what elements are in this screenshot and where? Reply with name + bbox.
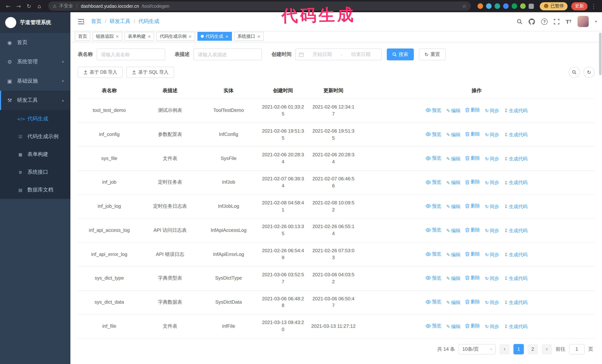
- preview-link[interactable]: 预览: [426, 227, 441, 233]
- sidebar-item-api[interactable]: ≣ 系统接口: [0, 163, 70, 181]
- delete-link[interactable]: 删除: [465, 107, 480, 114]
- generate-code-link[interactable]: ↧ 生成代码: [504, 275, 527, 282]
- refresh-table-button[interactable]: ↻: [583, 67, 595, 78]
- delete-link[interactable]: 删除: [465, 203, 480, 209]
- reset-button[interactable]: ↻ 重置: [419, 49, 446, 60]
- extension-icon-orange[interactable]: [478, 3, 483, 9]
- scrollbar-thumb[interactable]: [599, 32, 602, 75]
- delete-link[interactable]: 删除: [465, 274, 480, 281]
- delete-link[interactable]: 删除: [465, 179, 480, 185]
- generate-code-link[interactable]: ↧ 生成代码: [504, 203, 527, 210]
- delete-link[interactable]: 删除: [465, 250, 480, 257]
- generate-code-link[interactable]: ↧ 生成代码: [504, 251, 527, 258]
- page-size-select[interactable]: 10条/页 ▾: [459, 344, 496, 354]
- sidebar-item-infra[interactable]: ▣ 基础设施 ▾: [0, 72, 70, 91]
- extension-icon-leaf[interactable]: [520, 3, 526, 9]
- column-header-table-name[interactable]: 表名称: [78, 83, 141, 99]
- tab-form-builder[interactable]: 表单构建 ×: [124, 32, 154, 41]
- sync-link[interactable]: ↻ 同步: [485, 299, 499, 306]
- generate-code-link[interactable]: ↧ 生成代码: [504, 131, 527, 138]
- import-db-button[interactable]: 基于 DB 导入: [78, 67, 123, 78]
- preview-link[interactable]: 预览: [426, 179, 441, 186]
- bookmark-star-icon[interactable]: ☆: [462, 3, 467, 9]
- search-icon[interactable]: [517, 19, 522, 24]
- edit-link[interactable]: ✎ 编辑: [446, 131, 461, 138]
- sync-link[interactable]: ↻ 同步: [485, 251, 499, 258]
- search-button[interactable]: 搜索: [387, 49, 414, 60]
- column-header-entity[interactable]: 实体: [199, 83, 258, 99]
- tab-api[interactable]: 系统接口 ×: [234, 32, 264, 41]
- tab-tracing[interactable]: 链路追踪 ×: [93, 32, 122, 41]
- extensions-puzzle-icon[interactable]: [529, 3, 534, 9]
- sync-link[interactable]: ↻ 同步: [485, 323, 499, 330]
- fullscreen-icon[interactable]: [554, 19, 559, 24]
- extension-icon-green[interactable]: [512, 3, 517, 9]
- address-bar[interactable]: ⚠ 不安全 dashboard.yudao.iocoder.cn /tool/c…: [48, 1, 471, 11]
- edit-link[interactable]: ✎ 编辑: [446, 203, 461, 210]
- close-icon[interactable]: ×: [188, 34, 192, 38]
- preview-link[interactable]: 预览: [426, 275, 441, 281]
- prev-page-button[interactable]: ‹: [499, 344, 510, 354]
- generate-code-link[interactable]: ↧ 生成代码: [504, 323, 527, 330]
- edit-link[interactable]: ✎ 编辑: [446, 179, 461, 186]
- table-name-input[interactable]: [97, 49, 165, 60]
- preview-link[interactable]: 预览: [426, 322, 441, 329]
- delete-link[interactable]: 删除: [465, 322, 480, 329]
- breadcrumb-devtools[interactable]: 研发工具: [101, 18, 130, 25]
- preview-link[interactable]: 预览: [426, 203, 441, 209]
- preview-link[interactable]: 预览: [426, 299, 441, 305]
- edit-link[interactable]: ✎ 编辑: [446, 275, 461, 282]
- extension-icon-blue[interactable]: [486, 3, 492, 9]
- preview-link[interactable]: 预览: [426, 251, 441, 257]
- forward-icon[interactable]: →: [14, 2, 23, 10]
- close-icon[interactable]: ×: [225, 34, 228, 38]
- sidebar-item-home[interactable]: ◉ 首页: [0, 33, 70, 52]
- reload-icon[interactable]: ↻: [24, 2, 33, 10]
- font-size-icon[interactable]: TT: [566, 19, 571, 24]
- create-time-range-picker[interactable]: 开始日期 - 结束日期: [295, 49, 382, 60]
- edit-link[interactable]: ✎ 编辑: [446, 299, 461, 306]
- toggle-search-button[interactable]: [569, 67, 580, 78]
- delete-link[interactable]: 删除: [465, 299, 480, 305]
- import-sql-button[interactable]: 基于 SQL 导入: [127, 67, 174, 78]
- extension-icon-squares[interactable]: [503, 3, 509, 9]
- edit-link[interactable]: ✎ 编辑: [446, 251, 461, 258]
- sync-link[interactable]: ↻ 同步: [485, 227, 499, 234]
- security-label[interactable]: 不安全: [59, 3, 73, 9]
- generate-code-link[interactable]: ↧ 生成代码: [504, 299, 527, 306]
- sidebar-item-codegen[interactable]: </> 代码生成: [0, 110, 70, 128]
- tab-codegen-demo[interactable]: 代码生成示例 ×: [157, 32, 195, 41]
- browser-update-button[interactable]: 更新: [571, 2, 588, 10]
- user-avatar[interactable]: [578, 16, 589, 27]
- back-icon[interactable]: ←: [4, 2, 13, 10]
- close-icon[interactable]: ×: [147, 34, 151, 38]
- browser-menu-icon[interactable]: ⋮: [589, 3, 598, 10]
- close-icon[interactable]: ×: [116, 34, 119, 38]
- home-icon[interactable]: ⌂: [35, 2, 44, 10]
- next-page-button[interactable]: ›: [542, 344, 552, 354]
- tab-home[interactable]: 首页: [75, 32, 90, 41]
- generate-code-link[interactable]: ↧ 生成代码: [504, 108, 527, 114]
- edit-link[interactable]: ✎ 编辑: [446, 108, 461, 114]
- generate-code-link[interactable]: ↧ 生成代码: [504, 156, 527, 162]
- help-icon[interactable]: ?: [541, 18, 548, 25]
- delete-link[interactable]: 删除: [465, 131, 480, 137]
- goto-page-input[interactable]: [569, 344, 585, 354]
- sidebar-item-form-builder[interactable]: ▦ 表单构建: [0, 146, 70, 163]
- sync-link[interactable]: ↻ 同步: [485, 108, 499, 114]
- sidebar-item-codegen-demo[interactable]: ☑ 代码生成示例: [0, 128, 70, 146]
- sidebar-item-db-doc[interactable]: ▤ 数据库文档: [0, 181, 70, 199]
- column-header-created[interactable]: 创建时间: [258, 83, 308, 99]
- delete-link[interactable]: 删除: [465, 227, 480, 233]
- close-icon[interactable]: ×: [257, 34, 260, 38]
- page-button-1[interactable]: 1: [514, 344, 524, 354]
- sidebar-logo[interactable]: 芋道管理系统: [0, 12, 70, 33]
- sync-link[interactable]: ↻ 同步: [485, 156, 499, 162]
- github-icon[interactable]: [529, 18, 535, 25]
- column-header-table-desc[interactable]: 表描述: [141, 83, 199, 99]
- column-header-updated[interactable]: 更新时间: [308, 83, 359, 99]
- edit-link[interactable]: ✎ 编辑: [446, 227, 461, 234]
- edit-link[interactable]: ✎ 编辑: [446, 156, 461, 162]
- preview-link[interactable]: 预览: [426, 155, 441, 162]
- chevron-down-icon[interactable]: ▾: [595, 20, 597, 23]
